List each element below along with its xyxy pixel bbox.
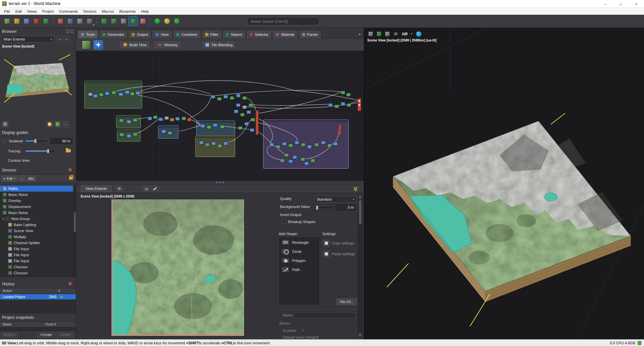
background-value-slider[interactable] — [315, 207, 334, 208]
tab-nature[interactable]: Nature — [222, 30, 246, 39]
menu-commands[interactable]: Commands — [56, 8, 80, 15]
tracing-slider[interactable] — [25, 150, 54, 152]
water-toggle-icon[interactable] — [54, 121, 61, 128]
node[interactable] — [88, 92, 92, 96]
menu-file[interactable]: File — [1, 8, 13, 15]
memory-button[interactable]: Memory — [154, 41, 181, 49]
node[interactable] — [251, 118, 255, 121]
node[interactable] — [224, 142, 228, 145]
list-view-icon[interactable] — [143, 185, 150, 192]
node[interactable] — [346, 93, 351, 96]
node[interactable] — [240, 113, 245, 116]
view-extents-button[interactable]: View Extents — [81, 185, 112, 192]
tab-selector[interactable]: Selector — [246, 30, 272, 39]
node[interactable] — [162, 130, 166, 133]
node[interactable] — [99, 93, 103, 96]
node[interactable] — [288, 144, 292, 147]
history-row-selected[interactable]: Loaded Project 2845 — [0, 294, 76, 299]
node[interactable] — [249, 103, 253, 107]
menu-views[interactable]: Views — [24, 8, 40, 15]
node[interactable] — [175, 117, 179, 121]
shape-polygon[interactable]: Polygon — [280, 256, 319, 265]
node[interactable] — [288, 160, 292, 163]
node[interactable] — [119, 92, 123, 96]
node[interactable] — [250, 128, 254, 132]
build-time-button[interactable]: Build Time — [119, 41, 150, 49]
node[interactable] — [270, 143, 274, 146]
node[interactable] — [282, 142, 286, 146]
rename-devices-button[interactable]: Abc — [26, 176, 36, 182]
node[interactable] — [247, 111, 251, 114]
node-graph-canvas[interactable] — [76, 51, 364, 181]
float-panel-icon[interactable] — [66, 30, 69, 33]
node[interactable] — [213, 124, 217, 127]
left-pane-icon[interactable] — [66, 17, 74, 25]
node[interactable] — [159, 118, 163, 121]
node[interactable] — [230, 96, 234, 100]
node[interactable] — [335, 105, 339, 108]
compare-toggle-icon[interactable]: ≈ — [62, 121, 69, 128]
copy-settings-button[interactable]: Copy settings — [323, 239, 357, 248]
device-item-bake-lighting[interactable]: Bake Lighting — [0, 222, 76, 228]
export-world-icon[interactable] — [172, 17, 181, 25]
nav-back-button[interactable]: ◄ — [56, 36, 62, 43]
chevron-down-icon[interactable]: ▾ — [410, 32, 414, 36]
tab-scroll-right-icon[interactable]: ▸ — [357, 30, 363, 37]
minimize-button[interactable]: – — [598, 0, 613, 8]
snapshot-icon[interactable] — [367, 30, 374, 38]
create-snapshot-button[interactable]: +Create — [37, 332, 55, 337]
node[interactable] — [341, 102, 345, 106]
node[interactable] — [168, 131, 172, 135]
node[interactable] — [301, 143, 305, 146]
node-group-4[interactable] — [196, 121, 235, 136]
device-item-multiply[interactable]: Multiply — [0, 234, 76, 240]
node[interactable] — [276, 145, 280, 148]
node[interactable] — [199, 141, 203, 144]
measure-icon[interactable] — [384, 30, 391, 38]
device-item-scene-view[interactable]: Scene View — [0, 228, 76, 234]
expand-panel-icon[interactable] — [353, 186, 359, 191]
menu-devices[interactable]: Devices — [80, 8, 99, 15]
device-item-basic-noise[interactable]: Basic Noise — [0, 210, 76, 216]
close-button[interactable]: × — [629, 0, 644, 8]
node[interactable] — [127, 120, 131, 124]
material-view-icon[interactable] — [139, 17, 147, 25]
add-device-icon[interactable] — [94, 41, 103, 49]
menu-macros[interactable]: Macros — [99, 8, 116, 15]
viewport-3d-view[interactable] — [364, 28, 644, 339]
menu-edit[interactable]: Edit — [13, 8, 24, 15]
node[interactable] — [236, 103, 240, 107]
name-field[interactable] — [294, 313, 356, 318]
node[interactable] — [207, 126, 211, 129]
file-io-button[interactable]: File I/O... — [336, 298, 357, 305]
quality-dropdown[interactable]: Standard ▾ — [314, 196, 357, 203]
delete-snapshot-button[interactable]: -Delete — [56, 332, 74, 337]
build-world-icon[interactable] — [153, 17, 162, 25]
node[interactable] — [305, 162, 309, 165]
node[interactable] — [347, 103, 351, 107]
render-mode-icon[interactable] — [416, 31, 422, 37]
terrain-view-icon[interactable] — [129, 17, 138, 25]
edit-shapes-icon[interactable] — [151, 185, 159, 192]
group-checkbox[interactable]: ✓ — [6, 217, 9, 221]
device-item-basic-noise[interactable]: Basic Noise — [0, 192, 76, 198]
node[interactable] — [105, 92, 109, 95]
node[interactable] — [120, 133, 124, 136]
device-item-paths[interactable]: Paths — [0, 186, 76, 192]
node[interactable] — [133, 119, 137, 122]
enabled-checkbox[interactable]: ✓ — [302, 329, 304, 332]
sealevel-checkbox[interactable]: ✓ — [3, 139, 7, 143]
node[interactable] — [341, 91, 345, 94]
tab-tools[interactable]: Tools — [77, 30, 98, 39]
node[interactable] — [211, 142, 215, 145]
node[interactable] — [127, 134, 131, 138]
world-layout-2-icon[interactable] — [109, 17, 118, 25]
node[interactable] — [295, 141, 299, 144]
node[interactable] — [133, 133, 137, 136]
world-commands-icon[interactable] — [119, 17, 128, 25]
visibility-icon[interactable] — [116, 185, 123, 192]
group-expander-icon[interactable]: ▾ — [3, 217, 4, 220]
browser-scope-dropdown[interactable]: Main Extents ▾ — [1, 36, 54, 43]
node[interactable] — [224, 95, 228, 98]
lighting-toggle-icon[interactable] — [46, 121, 53, 128]
